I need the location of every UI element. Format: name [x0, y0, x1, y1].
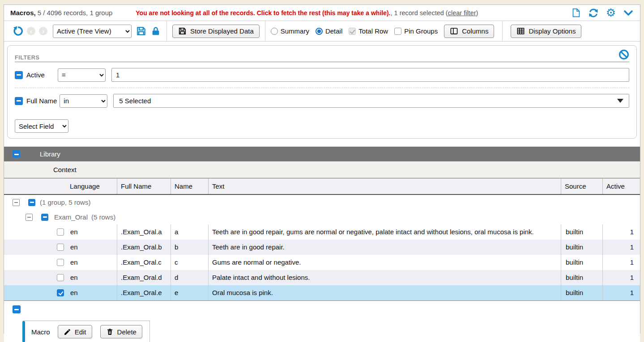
library-group-label: Library [40, 150, 60, 158]
cell-active: 1 [602, 270, 640, 285]
subgroup-name: Exam_Oral [54, 213, 88, 221]
delete-button-label: Delete [117, 328, 136, 336]
display-options-button[interactable]: Display Options [511, 25, 581, 38]
row-checkbox[interactable] [57, 259, 64, 266]
cell-active: 1 [602, 240, 640, 255]
column-header-language[interactable]: Language [4, 178, 117, 194]
context-row: Context [4, 161, 640, 178]
store-displayed-data-button[interactable]: Store Displayed Data [172, 25, 260, 38]
collapse-tree-icon[interactable] [13, 199, 20, 206]
collapse-group-icon[interactable] [13, 150, 20, 158]
clear-filters-icon[interactable] [618, 49, 629, 60]
collapse-panel-chevron-icon[interactable] [623, 8, 634, 18]
display-options-label: Display Options [529, 27, 576, 35]
collapse-footer-icon[interactable] [13, 305, 21, 313]
table-row[interactable]: en .Exam_Oral.d d Palate intact and with… [4, 270, 640, 285]
macros-window: Macros, 5 / 4096 records, 1 group You ar… [4, 4, 640, 334]
filter-value-input[interactable] [111, 68, 629, 82]
lock-icon[interactable] [150, 26, 161, 37]
save-view-icon[interactable] [136, 26, 146, 37]
subgroup-minus-icon[interactable] [41, 214, 48, 221]
cell-full-name: .Exam_Oral.a [117, 224, 171, 240]
settings-gear-icon[interactable]: ⚙ [606, 8, 616, 18]
summary-radio[interactable] [271, 28, 278, 35]
filter-operator-select[interactable]: in [60, 94, 107, 108]
cell-source: builtin [561, 240, 602, 255]
cell-language: en [70, 258, 78, 267]
remove-filter-icon[interactable] [15, 71, 23, 79]
cell-text: Oral mucosa is pink. [208, 285, 561, 300]
cell-source: builtin [561, 270, 602, 285]
column-header-text[interactable]: Text [208, 178, 561, 194]
back-icon[interactable]: ‹ [27, 27, 35, 35]
total-row-label: Total Row [358, 27, 388, 35]
page-title: Macros, [10, 9, 36, 17]
summary-label: Summary [281, 27, 309, 35]
cell-full-name: .Exam_Oral.d [117, 270, 171, 285]
clear-filter-link[interactable]: clear filter [448, 9, 476, 17]
select-field-dropdown[interactable]: Select Field [15, 119, 68, 133]
cell-active: 1 [602, 224, 640, 240]
edit-button[interactable]: Edit [58, 325, 92, 338]
group-minus-icon[interactable] [28, 199, 35, 206]
selected-info: , 1 record selected ( [391, 9, 448, 17]
table-row[interactable]: en .Exam_Oral.a a Teeth are in good repa… [4, 224, 640, 240]
columns-button[interactable]: Columns [444, 25, 494, 38]
table-row[interactable]: en .Exam_Oral.c c Gums are normal or neg… [4, 255, 640, 270]
row-checkbox[interactable] [57, 244, 64, 251]
table-row-selected[interactable]: en .Exam_Oral.e e Oral mucosa is pink. b… [4, 285, 640, 300]
column-header-name[interactable]: Name [171, 178, 208, 194]
header-icons: ⚙ [571, 8, 634, 18]
toolbar-divider [166, 21, 167, 41]
toolbar-divider [502, 21, 503, 41]
cell-text: Gums are normal or negative. [208, 255, 561, 270]
filter-field-label: Full Name [26, 97, 57, 105]
refresh-icon[interactable] [588, 8, 599, 18]
header-bar: Macros, 5 / 4096 records, 1 group You ar… [4, 5, 640, 21]
cell-name: a [171, 224, 208, 240]
macro-label: Macro [31, 328, 50, 336]
column-header-source[interactable]: Source [561, 178, 602, 194]
accent-bar [22, 321, 25, 342]
cell-active: 1 [602, 255, 640, 270]
column-header-full-name[interactable]: Full Name [117, 178, 171, 194]
toolbar: ‹ › Active (Tree View) Store Displayed D… [4, 21, 640, 42]
cell-source: builtin [561, 255, 602, 270]
new-record-icon[interactable] [571, 8, 581, 18]
detail-label: Detail [325, 27, 342, 35]
record-count: 5 / 4096 records, 1 group [38, 9, 113, 17]
delete-button[interactable]: Delete [100, 325, 142, 338]
filters-title: FILTERS [15, 55, 39, 61]
filter-field-label: Active [26, 71, 55, 79]
chevron-down-icon [617, 99, 623, 103]
detail-radio[interactable] [316, 28, 323, 35]
column-header-row: Language Full Name Name Text Source Acti… [4, 178, 640, 195]
remove-filter-icon[interactable] [15, 97, 23, 105]
tree-group-label: (1 group, 5 rows) [40, 198, 90, 206]
cell-text: Teeth are in good repair, gums are norma… [208, 224, 561, 240]
row-checkbox[interactable] [57, 228, 64, 236]
cell-text: Teeth are in good repair. [208, 240, 561, 255]
cell-name: b [171, 240, 208, 255]
filter-operator-select[interactable]: = [58, 68, 106, 82]
row-checkbox[interactable] [57, 274, 64, 281]
pin-groups-checkbox[interactable] [394, 28, 401, 35]
columns-label: Columns [462, 27, 488, 35]
cell-name: e [171, 285, 208, 300]
row-checkbox-checked[interactable] [57, 289, 64, 296]
column-header-active[interactable]: Active [602, 178, 640, 194]
collapse-subtree-icon[interactable] [26, 214, 33, 221]
cell-active: 1 [602, 285, 640, 300]
view-select[interactable]: Active (Tree View) [53, 25, 132, 38]
filter-multiselect-dropdown[interactable]: 5 Selected [113, 94, 629, 108]
forward-icon[interactable]: › [39, 27, 47, 35]
macro-action-panel: Macro Edit Delete [23, 321, 150, 342]
filter-row-full-name: Full Name in 5 Selected [15, 88, 629, 114]
filter-row-active: Active = [15, 62, 629, 88]
cell-source: builtin [561, 224, 602, 240]
table-row[interactable]: en .Exam_Oral.b b Teeth are in good repa… [4, 240, 640, 255]
footer-section: Macro Edit Delete [4, 300, 640, 342]
total-row-checkbox[interactable] [349, 28, 356, 35]
undo-icon[interactable] [13, 26, 23, 37]
fetch-warning[interactable]: You are not looking at all of the record… [136, 9, 390, 17]
